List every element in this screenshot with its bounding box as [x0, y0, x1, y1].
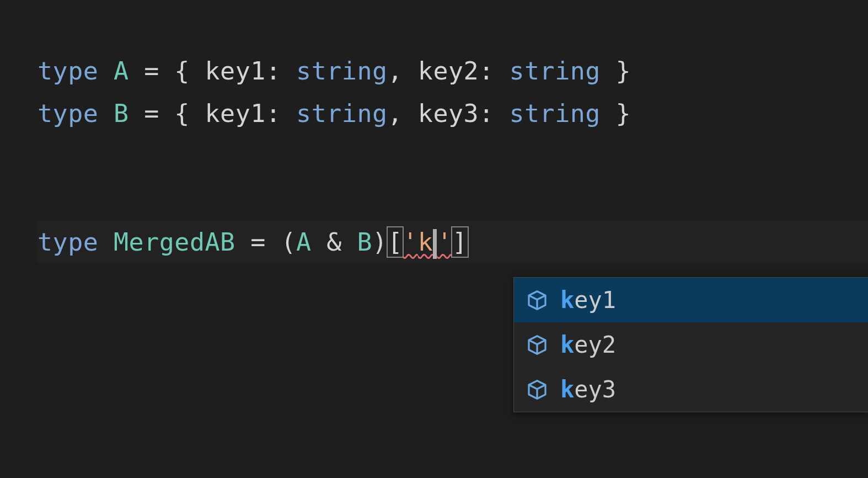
code-line-3-active[interactable]: type MergedAB = (A & B)['k']: [37, 221, 868, 263]
type-ref: B: [357, 227, 372, 257]
cube-icon: [526, 334, 548, 356]
intellisense-popup: key1 key2 key3: [513, 277, 868, 412]
cube-icon: [526, 379, 548, 401]
suggestion-item[interactable]: key1: [514, 278, 868, 322]
property-name: key2: [418, 56, 479, 86]
error-squiggly: ': [437, 227, 452, 257]
suggestion-item[interactable]: key3: [514, 367, 868, 412]
cube-icon: [526, 289, 548, 311]
suggestion-label: key1: [560, 286, 616, 314]
code-line-2[interactable]: type B = { key1: string, key3: string }: [37, 92, 868, 135]
bracket-close: ]: [451, 226, 469, 258]
property-name: key1: [205, 99, 266, 128]
error-squiggly: 'k: [403, 227, 433, 257]
suggestion-label: key3: [560, 376, 616, 403]
suggestion-item[interactable]: key2: [514, 322, 868, 367]
property-name: key1: [205, 56, 266, 86]
type-ref: A: [296, 227, 312, 257]
type-name: MergedAB: [114, 227, 235, 257]
primitive-type: string: [296, 56, 388, 86]
primitive-type: string: [509, 99, 601, 128]
type-name: B: [114, 99, 129, 128]
keyword-type: type: [37, 99, 98, 128]
suggestion-label: key2: [560, 331, 616, 358]
property-name: key3: [418, 99, 479, 128]
type-name: A: [114, 56, 129, 86]
code-line-1[interactable]: type A = { key1: string, key2: string }: [37, 50, 868, 92]
bracket-open: [: [387, 226, 404, 258]
primitive-type: string: [296, 99, 388, 128]
text-cursor: [433, 229, 437, 259]
keyword-type: type: [37, 227, 98, 257]
keyword-type: type: [37, 56, 98, 86]
primitive-type: string: [509, 56, 601, 86]
